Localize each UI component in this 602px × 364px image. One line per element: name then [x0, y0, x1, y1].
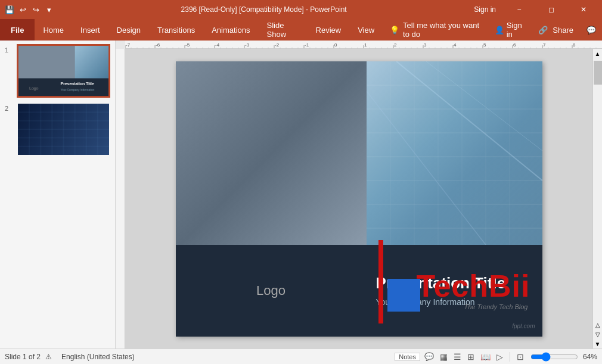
vertical-scrollbar[interactable]: ▲ △ ▽ ▼: [592, 49, 602, 349]
status-divider: [510, 352, 510, 362]
slide-title: Presentation Title: [376, 274, 533, 293]
tell-me-bar[interactable]: 💡 Tell me what you want to do: [383, 19, 488, 41]
scroll-prev-slide[interactable]: △: [593, 320, 603, 329]
scroll-next-slide[interactable]: ▽: [593, 329, 603, 339]
slide-number-2: 2: [5, 105, 13, 112]
redo-icon[interactable]: ↪: [31, 5, 41, 14]
menu-home[interactable]: Home: [35, 19, 72, 41]
notes-button[interactable]: Notes: [395, 353, 420, 361]
close-button[interactable]: ✕: [570, 0, 597, 19]
slide-canvas: Logo Presentation Title Your Company Inf…: [176, 61, 542, 337]
slide-bottom-bar: Logo Presentation Title Your Company Inf…: [176, 245, 542, 337]
status-left: Slide 1 of 2 ⚠ English (United States): [5, 353, 135, 361]
comments-panel-icon[interactable]: 💬: [423, 352, 436, 361]
comments-button[interactable]: 💬: [581, 19, 602, 41]
slide-image-2[interactable]: [17, 102, 110, 156]
slide-bg-building: [367, 61, 542, 245]
menu-slideshow[interactable]: Slide Show: [259, 19, 308, 41]
scroll-thumb[interactable]: [594, 61, 602, 85]
editor-area: Logo Presentation Title Your Company Inf…: [116, 41, 602, 349]
language-indicator: English (United States): [61, 353, 135, 361]
scroll-up-button[interactable]: ▲: [593, 49, 603, 58]
slide-thumb-2[interactable]: 2: [5, 102, 110, 156]
title-bar-right: Sign in − ◻ ✕: [474, 0, 597, 19]
slide-count: Slide 1 of 2: [5, 353, 41, 361]
outline-view-icon[interactable]: ☰: [452, 352, 463, 362]
zoom-slider[interactable]: [530, 353, 578, 361]
vertical-ruler: [116, 49, 125, 349]
window-title: 2396 [Read-Only] [Compatibility Mode] - …: [54, 5, 474, 14]
menu-bar: File Home Insert Design Transitions Anim…: [0, 19, 602, 41]
menu-insert[interactable]: Insert: [72, 19, 108, 41]
title-bar-left: 💾 ↩ ↪ ▾: [5, 5, 54, 14]
lightbulb-icon: 💡: [390, 26, 399, 35]
editor-viewport: Logo Presentation Title Your Company Inf…: [116, 49, 602, 349]
normal-view-icon[interactable]: ▦: [438, 352, 449, 362]
slide-logo-text: Logo: [256, 283, 286, 298]
undo-icon[interactable]: ↩: [18, 5, 27, 14]
status-right: Notes 💬 ▦ ☰ ⊞ 📖 ▷ ⊡ 64%: [395, 352, 597, 362]
sign-in-link[interactable]: Sign in: [474, 5, 496, 14]
sign-in-button[interactable]: 👤 Sign in: [488, 19, 532, 41]
slide-bg-gray: [176, 61, 367, 245]
customize-icon[interactable]: ▾: [44, 5, 54, 14]
main-area: 1 2: [0, 41, 602, 349]
user-icon: 👤: [495, 26, 504, 35]
slide-sorter-icon[interactable]: ⊞: [466, 352, 476, 362]
slide-watermark: fppt.com: [512, 323, 535, 329]
title-bar: 💾 ↩ ↪ ▾ 2396 [Read-Only] [Compatibility …: [0, 0, 602, 19]
minimize-button[interactable]: −: [505, 0, 533, 19]
menu-transitions[interactable]: Transitions: [149, 19, 203, 41]
scroll-down-button[interactable]: ▼: [593, 339, 603, 349]
restore-button[interactable]: ◻: [538, 0, 565, 19]
slide-number-1: 1: [5, 46, 13, 54]
menu-design[interactable]: Design: [108, 19, 149, 41]
menu-view[interactable]: View: [349, 19, 383, 41]
slide-panel: 1 2: [0, 41, 116, 349]
menu-animations[interactable]: Animations: [203, 19, 258, 41]
status-bar: Slide 1 of 2 ⚠ English (United States) N…: [0, 349, 602, 364]
save-icon[interactable]: 💾: [5, 5, 14, 14]
slide-logo-area: Logo: [176, 245, 367, 337]
slide-canvas-area[interactable]: Logo Presentation Title Your Company Inf…: [125, 49, 592, 349]
slide-thumb-1[interactable]: 1: [5, 44, 110, 98]
fit-slide-icon[interactable]: ⊡: [515, 352, 526, 362]
slide-subtitle: Your Company Information: [376, 297, 533, 307]
slide-image-1[interactable]: [17, 44, 110, 98]
svg-rect-0: [367, 61, 542, 245]
tell-me-text[interactable]: Tell me what you want to do: [403, 21, 480, 39]
zoom-level: 64%: [583, 353, 597, 361]
reading-view-icon[interactable]: 📖: [479, 352, 492, 362]
share-button[interactable]: 🔗 Share: [531, 19, 581, 41]
share-icon: 🔗: [538, 26, 548, 35]
notes-error-icon: ⚠: [45, 353, 52, 361]
menu-file[interactable]: File: [0, 19, 35, 41]
menu-review[interactable]: Review: [308, 19, 350, 41]
horizontal-ruler: [125, 41, 602, 49]
slideshow-icon[interactable]: ▷: [495, 352, 505, 362]
